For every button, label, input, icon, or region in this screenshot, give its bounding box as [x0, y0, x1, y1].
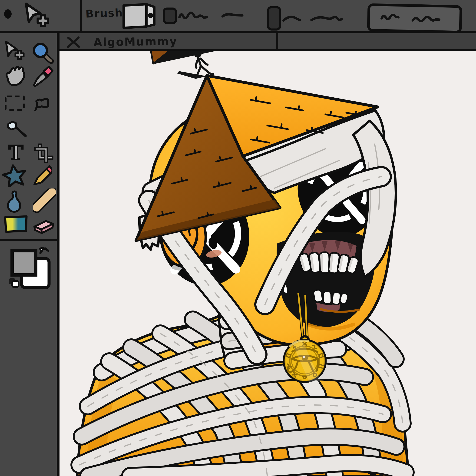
- brush-label: Brush: [85, 6, 123, 20]
- tab-title: AlgoMummy: [93, 34, 178, 49]
- mode-dot-indicator[interactable]: [3, 8, 14, 19]
- canvas-artwork[interactable]: [0, 0, 476, 476]
- close-icon[interactable]: [66, 36, 81, 49]
- stroke-panel[interactable]: [367, 3, 463, 34]
- gradient-tool[interactable]: [3, 215, 29, 234]
- crop-tool[interactable]: [34, 143, 53, 164]
- toolbar-divider: [80, 0, 82, 31]
- stroke-sample-group-2[interactable]: [267, 6, 343, 31]
- ink-drop-tool[interactable]: [6, 190, 23, 214]
- move-tool[interactable]: [4, 41, 26, 62]
- zoom-tool[interactable]: [32, 42, 54, 64]
- foreground-color-swatch[interactable]: [10, 249, 38, 277]
- pencil-tool[interactable]: [32, 165, 52, 187]
- magic-wand-tool[interactable]: [6, 120, 28, 138]
- lasso-flag-tool[interactable]: [34, 97, 51, 111]
- tab-algomummy[interactable]: AlgoMummy: [59, 33, 278, 49]
- eyedropper-tool[interactable]: [32, 65, 54, 88]
- smudge-bandage-tool[interactable]: [33, 188, 56, 213]
- left-tool-palette: T: [0, 33, 60, 476]
- move-cursor-icon[interactable]: [23, 2, 49, 31]
- brush-preview-panel[interactable]: [120, 2, 158, 30]
- text-tool[interactable]: T: [6, 142, 26, 164]
- stroke-sample-group-1[interactable]: [163, 7, 249, 25]
- top-toolbar: Brush: [0, 0, 476, 33]
- palette-divider: [0, 239, 57, 241]
- marquee-select-tool[interactable]: [4, 95, 26, 112]
- svg-text:T: T: [9, 142, 23, 164]
- eraser-tool[interactable]: [33, 216, 55, 236]
- default-colors-icon[interactable]: [7, 277, 23, 290]
- tab-strip: AlgoMummy: [59, 33, 476, 51]
- app-window: Brush AlgoMummy: [0, 0, 476, 476]
- star-shape-tool[interactable]: [2, 164, 27, 187]
- hand-tool[interactable]: [4, 65, 26, 88]
